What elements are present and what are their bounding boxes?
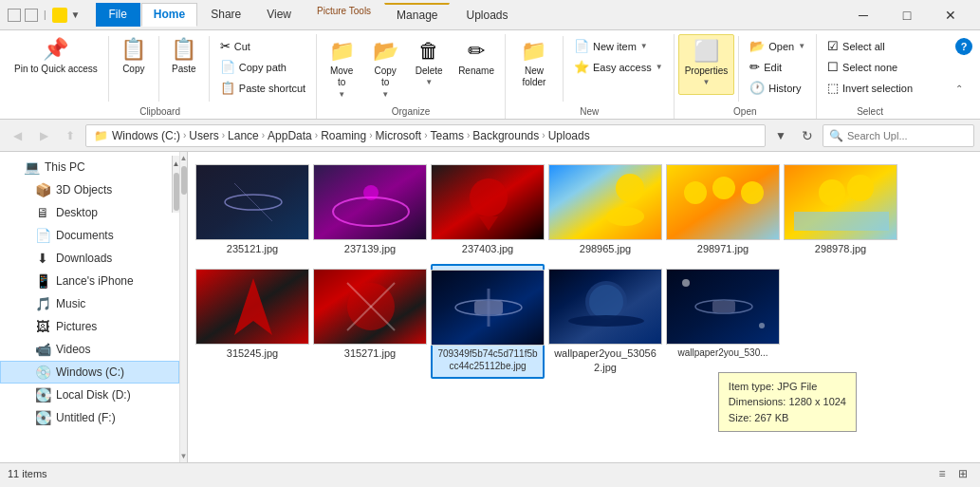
sidebar-item-pictures[interactable]: 🖼 Pictures bbox=[0, 315, 179, 338]
copy-to-button[interactable]: 📂 Copyto ▼ bbox=[364, 34, 406, 103]
tab-file[interactable]: File bbox=[96, 3, 140, 27]
sidebar-item-documents[interactable]: 📄 Documents bbox=[0, 224, 179, 247]
scroll-up-btn[interactable]: ▲ bbox=[169, 156, 181, 171]
back-button[interactable]: ◀ bbox=[6, 124, 28, 147]
thumb-svg-298971 bbox=[667, 164, 779, 240]
details-view-button[interactable]: ≡ bbox=[933, 465, 952, 482]
edit-button[interactable]: ✏ Edit bbox=[743, 57, 812, 77]
address-box[interactable]: 📁 Windows (C:) › Users › Lance › AppData… bbox=[85, 124, 766, 147]
file-item-315245[interactable]: 315245.jpg bbox=[195, 264, 309, 379]
cut-icon: ✂ bbox=[220, 39, 231, 53]
tab-picture-tools: Picture Tools bbox=[305, 3, 383, 27]
forward-button[interactable]: ▶ bbox=[32, 124, 55, 147]
tooltip-dimensions: Dimensions: 1280 x 1024 bbox=[729, 394, 846, 410]
sidebar-item-desktop[interactable]: 🖥 Desktop bbox=[0, 201, 172, 224]
sidebar-item-windows-c[interactable]: 💿 Windows (C:) bbox=[0, 361, 179, 384]
thumbnail-298978 bbox=[784, 164, 897, 240]
tab-manage[interactable]: Manage bbox=[384, 3, 450, 27]
sidebar-label-videos: Videos bbox=[56, 343, 90, 356]
history-label: History bbox=[768, 83, 801, 94]
up-button[interactable]: ⬆ bbox=[59, 124, 82, 147]
cut-button[interactable]: ✂ Cut bbox=[213, 36, 312, 56]
paste-button[interactable]: 📋 Paste bbox=[163, 34, 205, 95]
sidebar-item-local-d[interactable]: 💽 Local Disk (D:) bbox=[0, 384, 179, 406]
address-dropdown-button[interactable]: ▼ bbox=[769, 124, 792, 147]
filename-235121: 235121.jpg bbox=[227, 242, 278, 255]
file-item-237139[interactable]: 237139.jpg bbox=[313, 159, 427, 260]
sidebar-vscroll[interactable]: ▲ ▼ bbox=[180, 152, 188, 462]
svg-point-17 bbox=[847, 175, 874, 201]
minimize-button[interactable]: ─ bbox=[841, 0, 885, 30]
close-button[interactable]: ✕ bbox=[929, 0, 972, 30]
collapse-btn[interactable]: ⌃ bbox=[955, 55, 972, 94]
sidebar-item-this-pc[interactable]: 💻 This PC bbox=[0, 156, 172, 178]
easy-access-button[interactable]: ⭐ Easy access ▼ bbox=[567, 57, 670, 77]
ribbon: 📌 Pin to Quick access 📋 Copy 📋 Paste ✂ C… bbox=[0, 30, 980, 120]
search-input[interactable] bbox=[847, 130, 978, 141]
tab-view[interactable]: View bbox=[254, 3, 304, 27]
open-button[interactable]: 📂 Open ▼ bbox=[743, 36, 812, 56]
maximize-button[interactable]: □ bbox=[885, 0, 929, 30]
file-item-298971[interactable]: 298971.jpg bbox=[666, 159, 780, 260]
scroll-vthumb[interactable] bbox=[181, 166, 187, 195]
open-arrow: ▼ bbox=[798, 42, 805, 50]
sidebar-label-music: Music bbox=[56, 297, 85, 310]
new-item-button[interactable]: 📄 New item ▼ bbox=[567, 36, 670, 56]
history-button[interactable]: 🕐 History bbox=[743, 78, 812, 98]
folder-icon bbox=[52, 8, 67, 23]
paste-shortcut-button[interactable]: 📋 Paste shortcut bbox=[213, 78, 312, 98]
svg-rect-34 bbox=[712, 301, 735, 312]
file-item-237403[interactable]: 237403.jpg bbox=[431, 159, 545, 260]
videos-icon: 📹 bbox=[35, 342, 50, 357]
thumbnail-315271 bbox=[313, 269, 427, 345]
tab-home[interactable]: Home bbox=[141, 3, 197, 27]
select-none-button[interactable]: ☐ Select none bbox=[821, 57, 919, 77]
refresh-button[interactable]: ↻ bbox=[796, 124, 819, 147]
scroll-bottom-btn[interactable]: ▼ bbox=[180, 452, 188, 460]
open-group: ⬜ Properties ▼ 📂 Open ▼ ✏ Edit 🕐 History bbox=[675, 34, 817, 119]
sidebar-item-music[interactable]: 🎵 Music bbox=[0, 292, 179, 315]
invert-selection-button[interactable]: ⬚ Invert selection bbox=[821, 78, 919, 98]
select-buttons: ☑ Select all ☐ Select none ⬚ Invert sele… bbox=[821, 34, 919, 103]
delete-button[interactable]: 🗑 Delete ▼ bbox=[408, 34, 450, 95]
sidebar-item-iphone[interactable]: 📱 Lance's iPhone bbox=[0, 270, 179, 292]
addr-part-2: Users bbox=[189, 129, 218, 142]
rename-button[interactable]: ✏ Rename bbox=[452, 34, 501, 95]
sidebar-item-untitled-f[interactable]: 💽 Untitled (F:) bbox=[0, 406, 179, 429]
scroll-top-btn[interactable]: ▲ bbox=[180, 154, 188, 162]
clipboard-group: 📌 Pin to Quick access 📋 Copy 📋 Paste ✂ C… bbox=[4, 34, 317, 119]
copy-path-button[interactable]: 📄 Copy path bbox=[213, 57, 312, 77]
window-controls: ─ □ ✕ bbox=[841, 0, 972, 30]
new-folder-button[interactable]: 📁 Newfolder bbox=[509, 34, 559, 95]
file-item-enterprise[interactable]: 709349f5b74c5d711f5bcc44c25112be.jpg bbox=[431, 264, 545, 379]
properties-button[interactable]: ⬜ Properties ▼ bbox=[678, 34, 735, 95]
titlebar-icons: | ▼ bbox=[8, 8, 81, 23]
copy-button[interactable]: 📋 Copy bbox=[113, 34, 155, 95]
help-button[interactable]: ? bbox=[955, 38, 972, 55]
file-item-298978[interactable]: 298978.jpg bbox=[784, 159, 897, 260]
sidebar-item-3d[interactable]: 📦 3D Objects bbox=[0, 178, 172, 201]
large-icons-view-button[interactable]: ⊞ bbox=[953, 465, 972, 482]
tab-share[interactable]: Share bbox=[198, 3, 253, 27]
sidebar-scrollbar[interactable]: ▲ bbox=[172, 156, 179, 213]
file-item-wallpaper-530562[interactable]: wallpaper2you_530562.jpg bbox=[548, 264, 662, 379]
open-buttons: ⬜ Properties ▼ 📂 Open ▼ ✏ Edit 🕐 History bbox=[678, 34, 812, 103]
file-item-wallpaper-ent2[interactable]: wallpaper2you_530... bbox=[666, 264, 780, 379]
move-to-button[interactable]: 📁 Moveto ▼ bbox=[321, 34, 362, 103]
search-box[interactable]: 🔍 bbox=[823, 124, 974, 147]
tooltip-item-type: Item type: JPG File bbox=[729, 379, 846, 395]
select-none-icon: ☐ bbox=[827, 60, 839, 74]
copy-to-label: Copyto bbox=[374, 66, 396, 88]
clipboard-buttons: 📌 Pin to Quick access 📋 Copy 📋 Paste ✂ C… bbox=[8, 34, 312, 103]
file-item-298965[interactable]: 298965.jpg bbox=[548, 159, 662, 260]
sidebar-item-videos[interactable]: 📹 Videos bbox=[0, 338, 179, 361]
file-item-315271[interactable]: 315271.jpg bbox=[313, 264, 427, 379]
pin-to-quick-access-button[interactable]: 📌 Pin to Quick access bbox=[8, 34, 104, 95]
scroll-thumb[interactable] bbox=[174, 173, 179, 211]
svg-point-13 bbox=[712, 177, 735, 199]
sidebar-item-downloads[interactable]: ⬇ Downloads bbox=[0, 247, 179, 270]
select-all-button[interactable]: ☑ Select all bbox=[821, 36, 919, 56]
main-area: ▲ 💻 This PC 📦 3D Objects 🖥 Desktop 📄 Doc… bbox=[0, 152, 980, 462]
file-item-235121[interactable]: 235121.jpg bbox=[195, 159, 309, 260]
clipboard-small-btns: ✂ Cut 📄 Copy path 📋 Paste shortcut bbox=[213, 34, 312, 98]
